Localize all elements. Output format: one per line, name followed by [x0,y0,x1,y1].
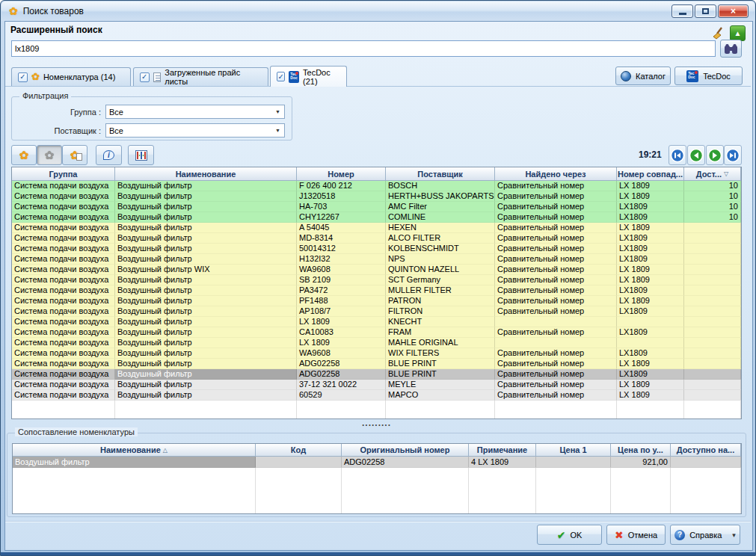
table-row[interactable]: Система подачи воздухаВоздушный фильтрJ1… [12,191,741,202]
info-button[interactable]: i [96,145,122,165]
table-cell[interactable]: LX1809 [617,348,684,359]
chevron-down-icon[interactable]: ▾ [732,531,736,539]
table-row[interactable]: Система подачи воздухаВоздушный фильтрAD… [12,369,741,380]
table-cell[interactable]: HA-703 [297,202,386,212]
table-row[interactable]: Система подачи воздухаВоздушный фильтрCA… [12,327,741,338]
table-cell[interactable]: Система подачи воздуха [12,285,115,296]
table-cell[interactable]: 10 [684,191,741,202]
column-header[interactable]: Номер совпад... [617,167,684,181]
titlebar[interactable]: ✿ Поиск товаров × [1,1,755,21]
cancel-button[interactable]: ✖ Отмена [606,525,666,545]
column-header[interactable]: Найдено через [495,167,617,181]
table-row[interactable]: Система подачи воздухаВоздушный фильтрMD… [12,233,741,244]
table-row[interactable]: Система подачи воздухаВоздушный фильтрWA… [12,348,741,359]
table-cell[interactable]: LX1809 [617,244,684,254]
table-cell[interactable]: Система подачи воздуха [12,275,115,285]
table-cell[interactable] [617,317,684,327]
checkbox-checked-icon[interactable]: ✓ [140,72,150,82]
table-cell[interactable]: Воздушный фильтр [115,338,297,348]
table-row[interactable]: Система подачи воздухаВоздушный фильтр50… [12,244,741,254]
column-header[interactable]: Цена по у... [611,444,671,457]
column-header[interactable]: Группа [12,167,115,181]
column-header[interactable]: Цена 1 [536,444,611,457]
table-row[interactable]: Система подачи воздухаВоздушный фильтрPA… [12,285,741,296]
table-cell[interactable] [684,369,741,380]
table-cell[interactable] [495,317,617,327]
table-cell[interactable] [684,390,741,401]
table-cell[interactable]: A 54045 [297,223,386,233]
table-cell[interactable]: Система подачи воздуха [12,223,115,233]
table-cell[interactable]: Система подачи воздуха [12,359,115,369]
column-header[interactable]: Оригинальный номер [342,444,469,457]
table-cell[interactable]: Сравнительный номер [495,275,617,285]
table-cell[interactable] [684,275,741,285]
table-cell[interactable]: Система подачи воздуха [12,369,115,380]
table-cell[interactable]: SB 2109 [297,275,386,285]
table-cell[interactable] [617,338,684,348]
table-cell[interactable] [684,359,741,369]
table-cell[interactable]: Сравнительный номер [495,348,617,359]
table-cell[interactable]: Воздушный фильтр [115,306,297,317]
table-cell[interactable]: Система подачи воздуха [12,254,115,265]
table-cell[interactable]: HERTH+BUSS JAKOPARTS [386,191,495,202]
table-cell[interactable] [684,254,741,265]
table-cell[interactable]: COMLINE [386,212,495,223]
table-cell[interactable]: 60529 [297,390,386,401]
table-cell[interactable]: KOLBENSCHMIDT [386,244,495,254]
table-cell[interactable]: LX 1809 [617,296,684,306]
table-cell[interactable]: Сравнительный номер [495,223,617,233]
table-cell[interactable]: Воздушный фильтр [115,317,297,327]
table-row[interactable]: Система подачи воздухаВоздушный фильтр37… [12,380,741,390]
table-cell[interactable] [684,244,741,254]
table-cell[interactable]: Сравнительный номер [495,202,617,212]
column-header[interactable]: Наименование△ [13,444,256,457]
table-cell[interactable]: LX1809 [617,285,684,296]
table-cell[interactable]: LX1809 [617,212,684,223]
table-cell[interactable]: Сравнительный номер [495,254,617,265]
table-cell[interactable]: LX1809 [617,202,684,212]
nav-first-button[interactable] [669,145,686,165]
table-cell[interactable]: Воздушный фильтр [115,202,297,212]
checkbox-checked-icon[interactable]: ✓ [18,72,28,82]
table-cell[interactable]: Воздушный фильтр [115,369,297,380]
table-cell[interactable]: Система подачи воздуха [12,317,115,327]
table-cell[interactable]: Воздушный фильтр [115,233,297,244]
table-row[interactable]: Система подачи воздухаВоздушный фильтрLX… [12,317,741,327]
table-cell[interactable]: Система подачи воздуха [12,181,115,191]
table-cell[interactable]: ADG02258 [297,359,386,369]
table-cell[interactable] [256,457,342,468]
table-cell[interactable]: LX1809 [617,369,684,380]
table-cell[interactable]: WA9608 [297,348,386,359]
table-cell[interactable]: Система подачи воздуха [12,306,115,317]
table-cell[interactable]: Система подачи воздуха [12,338,115,348]
table-cell[interactable] [495,338,617,348]
table-cell[interactable]: AP108/7 [297,306,386,317]
group-filter-select[interactable]: Все ▼ [105,105,285,119]
table-cell[interactable]: Система подачи воздуха [12,191,115,202]
column-header[interactable]: Примечание [469,444,536,457]
table-cell[interactable]: Воздушный фильтр [115,181,297,191]
table-cell[interactable]: LX 1809 [297,338,386,348]
table-cell[interactable]: Воздушный фильтр [115,390,297,401]
table-row[interactable]: Система подачи воздухаВоздушный фильтрPF… [12,296,741,306]
table-cell[interactable]: NPS [386,254,495,265]
table-cell[interactable]: WA9608 [297,265,386,275]
table-cell[interactable]: H132I32 [297,254,386,265]
table-cell[interactable]: Сравнительный номер [495,191,617,202]
table-cell[interactable]: Воздушный фильтр [115,348,297,359]
table-cell[interactable]: AMC Filter [386,202,495,212]
table-row[interactable]: Система подачи воздухаВоздушный фильтрSB… [12,275,741,285]
table-cell[interactable]: Сравнительный номер [495,327,617,338]
table-cell[interactable]: Система подачи воздуха [12,233,115,244]
table-cell[interactable] [684,265,741,275]
table-row[interactable]: Система подачи воздухаВоздушный фильтрHA… [12,202,741,212]
tab-price-lists[interactable]: ✓ Загруженные прайс листы [133,67,268,86]
table-cell[interactable]: Сравнительный номер [495,181,617,191]
table-cell[interactable]: LX 1809 [617,275,684,285]
ok-button[interactable]: ✔ OK [537,525,602,545]
table-cell[interactable]: BLUE PRINT [386,369,495,380]
table-cell[interactable]: LX 1809 [617,380,684,390]
table-cell[interactable]: MULLER FILTER [386,285,495,296]
table-cell[interactable] [684,233,741,244]
maximize-button[interactable] [695,4,716,18]
